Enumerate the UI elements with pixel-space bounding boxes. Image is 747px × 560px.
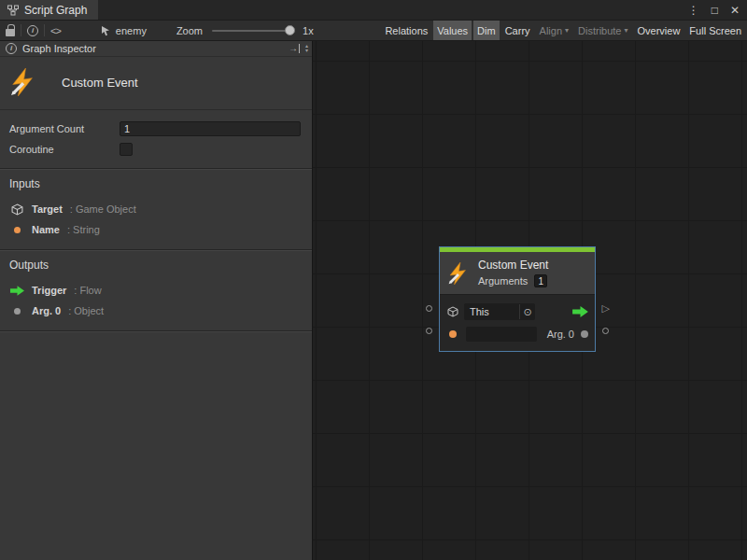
tab-script-graph[interactable]: Script Graph [0,0,98,20]
node-port-row-arg0: Arg. 0 [446,325,588,343]
tab-label: Script Graph [24,4,87,17]
argument-count-input[interactable] [120,121,301,136]
port-name: Target [32,203,63,215]
title-bar: Script Graph ⋮ □ ✕ [0,0,747,21]
string-port-icon [449,330,457,338]
coroutine-checkbox[interactable] [120,143,133,156]
lock-icon[interactable] [6,29,15,36]
chevron-down-icon: ▾ [625,26,628,35]
window-controls: ⋮ □ ✕ [688,0,747,20]
custom-event-icon [447,262,470,285]
info-icon: i [6,43,17,54]
port-name: Arg. 0 [32,305,61,316]
list-item: Trigger : Flow [9,280,303,301]
target-value: This [464,306,519,317]
custom-event-icon [9,68,37,96]
string-port-icon [14,227,21,233]
port-type: : Game Object [70,203,136,215]
dock-panel-icon[interactable]: → [289,44,300,53]
input-port-nub-name[interactable] [426,328,432,334]
graph-pointer-icon [100,25,111,36]
code-icon[interactable]: <> [50,25,61,36]
flow-arrow-icon [572,306,588,317]
chevron-down-icon: ▾ [565,26,569,35]
section-divider [0,330,312,331]
graph-breadcrumb[interactable]: enemy [100,25,147,36]
graph-toolbar: i <> enemy Zoom 1x Relations Values Dim … [0,21,747,41]
port-name: Trigger [32,285,66,296]
port-name: Name [32,224,60,235]
toolbar-separator [21,24,21,36]
dim-button[interactable]: Dim [473,21,500,40]
close-icon[interactable]: ✕ [730,5,740,16]
event-title: Custom Event [62,76,138,90]
object-picker-icon[interactable]: ⊙ [519,304,535,319]
full-screen-button[interactable]: Full Screen [685,21,745,40]
toolbar-separator [44,24,45,36]
zoom-control: Zoom 1x [176,25,314,36]
info-icon[interactable]: i [27,25,38,36]
port-type: : Flow [74,285,101,296]
node-port-row-target: This ⊙ [446,302,588,320]
node-body: This ⊙ Arg. 0 [440,295,595,351]
inputs-title: Inputs [9,177,303,190]
zoom-slider[interactable] [212,30,294,32]
list-item: Name : String [9,219,303,240]
outputs-section: Outputs Trigger : Flow Arg. 0 : Object [0,250,312,330]
flow-output-nub-trigger[interactable]: ▷ [602,303,610,314]
zoom-label: Zoom [176,25,203,36]
flow-arrow-icon [10,286,24,296]
inputs-section: Inputs Target : Game Object Name : Strin… [0,169,312,249]
align-button[interactable]: Align ▾ [536,21,572,40]
game-object-cube-icon [447,306,458,317]
arg0-value-input[interactable] [466,327,537,342]
node-arguments-stepper[interactable]: 1 [534,274,547,287]
list-item: Arg. 0 : Object [9,301,303,321]
zoom-value: 1x [303,25,314,36]
zoom-slider-knob[interactable] [285,25,295,35]
node-arguments-label: Arguments [478,275,528,287]
inspector-title: Graph Inspector [22,43,96,54]
port-type: : Object [68,305,104,316]
scroll-spinner[interactable]: ▴ ▾ [305,44,308,53]
object-port-icon [581,330,588,338]
graph-canvas[interactable]: Custom Event Arguments 1 This ⊙ [313,41,747,560]
event-header: Custom Event [0,57,312,110]
relations-button[interactable]: Relations [381,21,431,40]
event-fields: Argument Count Coroutine [0,110,312,168]
spinner-down-icon[interactable]: ▾ [305,49,308,53]
input-port-nub-target[interactable] [426,305,432,312]
toolbar-buttons: Relations Values Dim Carry Align ▾ Distr… [381,21,745,40]
graph-inspector-panel: i Graph Inspector → ▴ ▾ Custom Event Arg… [0,41,313,560]
game-object-cube-icon [11,203,23,216]
script-graph-icon [7,5,19,16]
custom-event-node[interactable]: Custom Event Arguments 1 This ⊙ [439,246,596,352]
distribute-button[interactable]: Distribute ▾ [574,21,631,40]
values-button[interactable]: Values [433,21,472,40]
graph-name-label: enemy [116,25,147,36]
argument-count-label: Argument Count [9,123,120,134]
maximize-icon[interactable]: □ [712,5,718,16]
arg0-label: Arg. 0 [547,329,574,340]
list-item: Target : Game Object [9,199,303,219]
overview-button[interactable]: Overview [634,21,684,40]
target-dropdown[interactable]: This ⊙ [464,303,535,320]
inspector-header: i Graph Inspector → ▴ ▾ [0,41,312,57]
node-title: Custom Event [478,259,548,272]
outputs-title: Outputs [9,259,303,272]
window-menu-icon[interactable]: ⋮ [688,5,699,16]
port-type: : String [67,224,100,235]
node-header[interactable]: Custom Event Arguments 1 [440,252,595,295]
coroutine-label: Coroutine [9,144,120,155]
carry-button[interactable]: Carry [501,21,534,40]
object-port-icon [14,308,21,315]
output-port-nub-arg0[interactable] [602,328,609,334]
